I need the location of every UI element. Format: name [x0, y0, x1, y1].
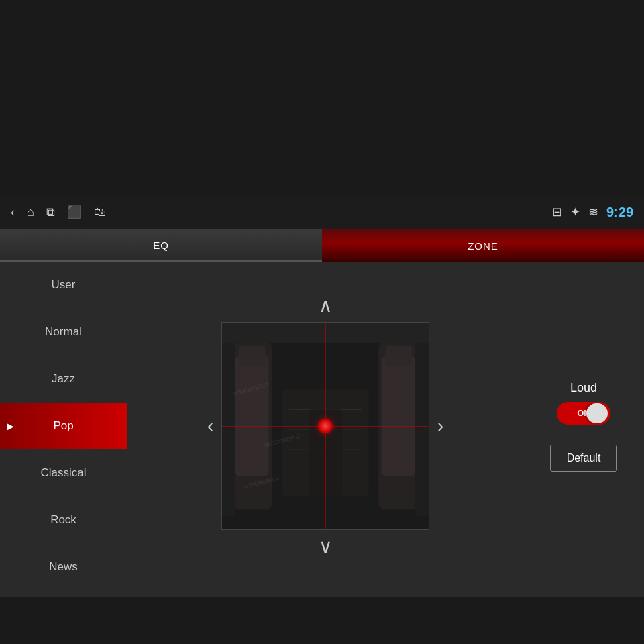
svg-rect-14 [309, 409, 342, 496]
svg-rect-5 [382, 356, 415, 476]
back-icon[interactable]: ‹ [11, 205, 15, 219]
nav-up-button[interactable]: ∧ [319, 294, 333, 317]
default-button[interactable]: Default [550, 445, 618, 472]
loud-section: Loud ON [557, 381, 610, 425]
eq-item-jazz[interactable]: Jazz [0, 356, 127, 402]
bag-icon[interactable]: 🛍 [94, 205, 106, 219]
nav-down-button[interactable]: ∨ [319, 535, 333, 557]
window-icon[interactable]: ⧉ [46, 205, 55, 219]
svg-rect-2 [235, 356, 269, 476]
toggle-thumb [586, 403, 608, 423]
play-icon: ▶ [7, 421, 14, 431]
camera-icon[interactable]: ⬛ [67, 205, 82, 219]
cast-icon: ⊟ [552, 205, 562, 219]
wifi-icon: ≋ [588, 205, 598, 219]
loud-label: Loud [570, 381, 597, 395]
bluetooth-icon: ✦ [570, 205, 580, 219]
eq-item-pop[interactable]: ▶ Pop [0, 402, 127, 449]
svg-rect-13 [222, 323, 429, 343]
loud-toggle[interactable]: ON [557, 402, 610, 425]
eq-item-news[interactable]: News [0, 543, 127, 590]
main-content: User Normal Jazz ▶ Pop Classical Rock Ne… [0, 262, 644, 590]
svg-rect-3 [239, 346, 266, 366]
tab-bar: EQ ZONE [0, 229, 644, 262]
car-image-container: wincairan.ir wincairan.ir wincairan.ir [221, 322, 429, 530]
home-icon[interactable]: ⌂ [27, 205, 34, 219]
eq-item-user[interactable]: User [0, 262, 127, 309]
time-display: 9:29 [606, 205, 633, 220]
status-bar: ‹ ⌂ ⧉ ⬛ 🛍 ⊟ ✦ ≋ 9:29 [0, 195, 644, 229]
eq-list: User Normal Jazz ▶ Pop Classical Rock Ne… [0, 262, 127, 590]
right-panel: Loud ON Default [523, 262, 644, 590]
svg-rect-11 [222, 336, 235, 516]
svg-rect-6 [385, 346, 412, 366]
eq-item-rock[interactable]: Rock [0, 496, 127, 543]
car-interior-svg [222, 322, 429, 530]
nav-left-button[interactable]: ‹ [207, 415, 213, 437]
nav-right-button[interactable]: › [437, 415, 443, 437]
eq-item-classical[interactable]: Classical [0, 449, 127, 496]
eq-item-normal[interactable]: Normal [0, 309, 127, 356]
zone-area: ∧ ‹ [127, 262, 523, 590]
tab-zone[interactable]: ZONE [322, 229, 644, 262]
tab-eq[interactable]: EQ [0, 229, 322, 262]
status-bar-left: ‹ ⌂ ⧉ ⬛ 🛍 [11, 205, 541, 219]
svg-rect-12 [415, 336, 429, 516]
car-row: ‹ [207, 322, 444, 530]
status-bar-right: ⊟ ✦ ≋ 9:29 [552, 205, 633, 220]
